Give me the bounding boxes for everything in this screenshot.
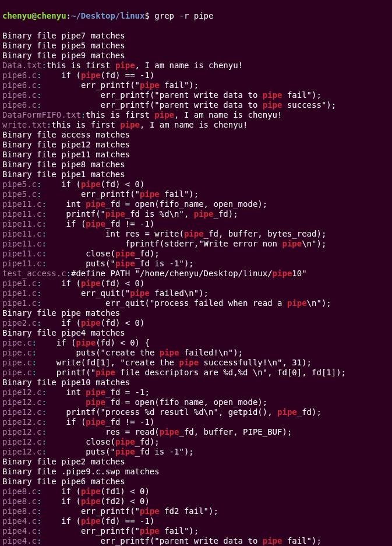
separator: : (41, 388, 46, 397)
text-segment: Binary file pipe matches (2, 308, 120, 318)
text-segment (47, 397, 86, 407)
text-segment: if ( (41, 496, 80, 506)
text-segment: , I am name is chenyu! (174, 110, 282, 119)
filename: pipe5.c (2, 179, 37, 189)
text-segment: _fd is -1"); (135, 259, 194, 268)
output-line: pipe4.c: err_printf("pipe fail"); (2, 526, 390, 536)
filename: pipe8.c (2, 506, 37, 516)
text-segment: printf(" (47, 209, 105, 219)
separator: : (41, 397, 46, 407)
output-line: pipe12.c: res = read(pipe_fd, buffer, PI… (2, 427, 390, 437)
output-line: pipe4.c: err_printf("parent write data t… (2, 536, 390, 546)
filename: pipe5.c (2, 189, 37, 199)
text-segment: printf(" (37, 368, 96, 377)
text-segment: close( (47, 437, 115, 446)
text-segment: failed\n"); (150, 288, 209, 298)
text-segment: _fd is %d\n", (125, 209, 194, 219)
prompt-dollar: $ (144, 11, 154, 20)
output-line: Binary file pipe7 matches (2, 31, 390, 41)
filename: pipe.c (2, 368, 32, 377)
text-segment: this is first (47, 61, 115, 70)
separator: : (41, 417, 46, 427)
text-segment: _fd); (297, 407, 322, 417)
grep-match: pipe (282, 239, 302, 248)
grep-match: pipe (140, 80, 160, 90)
separator: : (32, 348, 37, 357)
text-segment: _fd = open(fifo_name, open_mode); (105, 397, 267, 407)
grep-match: pipe (130, 288, 150, 298)
terminal-output[interactable]: chenyu@chenyu:~/Desktop/linux$ grep -r p… (0, 0, 392, 546)
prompt-command: grep -r pipe (154, 11, 213, 20)
grep-output: Binary file pipe7 matchesBinary file pip… (2, 31, 390, 546)
filename: pipe8.c (2, 487, 37, 496)
text-segment: if ( (37, 338, 76, 347)
output-line: pipe12.c: int pipe_fd = -1; (2, 388, 390, 397)
grep-match: pipe (115, 61, 135, 70)
output-line: pipe11.c: puts("pipe_fd is -1"); (2, 259, 390, 269)
text-segment: int res = write( (47, 229, 184, 238)
grep-match: pipe (140, 506, 160, 516)
output-line: pipe.c: write(fd[1], "create the pipe su… (2, 358, 390, 368)
output-line: pipe5.c: if (pipe(fd) < 0) (2, 179, 390, 189)
grep-match: pipe (140, 526, 160, 536)
grep-match: pipe (81, 71, 101, 80)
filename: pipe.c (2, 358, 32, 367)
filename: pipe11.c (2, 259, 41, 268)
text-segment: Binary file pipe6 matches (2, 477, 125, 486)
separator: : (41, 437, 46, 446)
filename: pipe12.c (2, 407, 41, 417)
grep-match: pipe (86, 388, 105, 397)
text-segment: if ( (41, 179, 80, 189)
text-segment: err_printf(" (41, 526, 140, 536)
separator: : (41, 219, 46, 228)
output-line: pipe8.c: if (pipe(fd2) < 0) (2, 496, 390, 506)
output-line: pipe6.c: err_printf("parent write data t… (2, 100, 390, 110)
grep-match: pipe (120, 120, 140, 129)
prompt-user: chenyu@chenyu (2, 11, 66, 20)
filename: pipe4.c (2, 516, 37, 526)
filename: DataFormFIFO.txt (2, 110, 81, 119)
output-line: Binary file pipe matches (2, 308, 390, 318)
text-segment: _fd, buffer, PIPE_BUF); (179, 427, 292, 436)
filename: pipe12.c (2, 437, 41, 446)
output-line: Binary file pipe1 matches (2, 170, 390, 179)
output-line: Data.txt:this is first pipe, I am name i… (2, 61, 390, 71)
grep-match: pipe (81, 318, 101, 327)
text-segment: fail"); (160, 80, 199, 90)
text-segment: close( (47, 249, 115, 258)
text-segment: fd2 fail"); (160, 506, 218, 516)
text-segment: \n"); (307, 298, 331, 308)
grep-match: pipe (86, 417, 105, 427)
grep-match: pipe (140, 189, 160, 199)
filename: pipe6.c (2, 71, 37, 80)
grep-match: pipe (160, 348, 179, 357)
separator: : (41, 199, 46, 209)
text-segment: , I am name is chenyu! (135, 61, 243, 70)
output-line: Binary file pipe6 matches (2, 477, 390, 487)
text-segment: this is first (51, 120, 120, 129)
grep-match: pipe (287, 298, 307, 308)
text-segment: Binary file pipe4 matches (2, 328, 125, 337)
output-line: Binary file pipe9 matches (2, 51, 390, 61)
text-segment: fail"); (160, 526, 199, 536)
text-segment: if ( (41, 71, 80, 80)
text-segment: \n"); (302, 239, 326, 248)
text-segment: int (47, 199, 86, 209)
output-line: pipe2.c: if (pipe(fd) < 0) (2, 318, 390, 328)
text-segment: (fd) < 0) (101, 279, 145, 288)
output-line: pipe12.c: pipe_fd = open(fifo_name, open… (2, 397, 390, 407)
text-segment: (fd) == -1) (101, 516, 155, 526)
text-segment: int (47, 388, 86, 397)
text-segment: if ( (41, 516, 80, 526)
grep-match: pipe (184, 229, 204, 238)
text-segment: if ( (47, 219, 86, 228)
grep-match: pipe (81, 179, 101, 189)
text-segment: fail"); (282, 536, 321, 545)
text-segment: puts(" (47, 447, 115, 456)
text-segment: Binary file pipe9 matches (2, 51, 125, 60)
text-segment: Binary file access matches (2, 130, 130, 139)
filename: pipe1.c (2, 279, 37, 288)
output-line: Binary file access matches (2, 130, 390, 140)
text-segment: err_printf(" (41, 189, 140, 199)
filename: pipe11.c (2, 199, 41, 209)
